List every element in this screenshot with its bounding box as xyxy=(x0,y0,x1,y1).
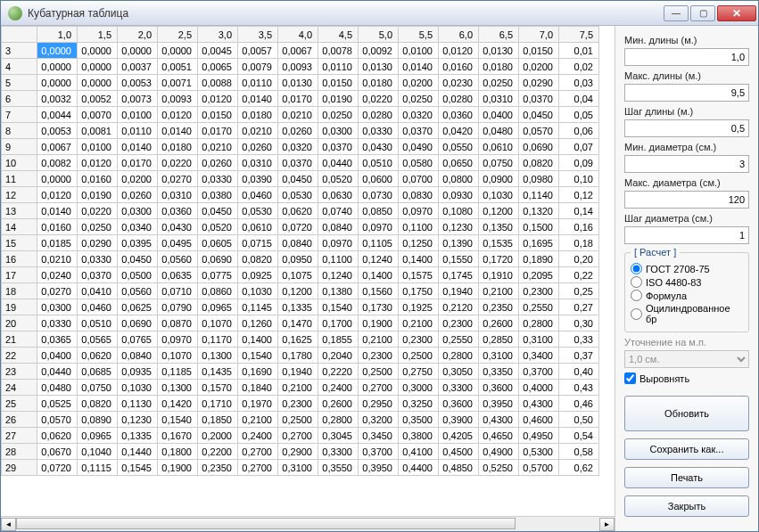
data-cell[interactable]: 0,3350 xyxy=(479,364,519,380)
row-header[interactable]: 25 xyxy=(2,396,37,412)
data-cell[interactable]: 0,0230 xyxy=(439,75,479,91)
data-cell[interactable]: 0,1970 xyxy=(238,396,278,412)
data-cell[interactable]: 0,2300 xyxy=(399,331,439,348)
data-cell[interactable]: 0,0260 xyxy=(278,123,318,139)
data-cell[interactable]: 0,0260 xyxy=(118,187,158,203)
data-cell[interactable]: 0,0390 xyxy=(238,171,278,187)
data-cell[interactable]: 0,0000 xyxy=(37,75,78,91)
data-cell[interactable]: 0,0400 xyxy=(479,107,519,123)
data-cell[interactable]: 0,1540 xyxy=(318,299,359,315)
row-header[interactable]: 5 xyxy=(2,75,37,91)
calc-radio[interactable] xyxy=(631,276,642,288)
data-cell[interactable]: 0,1170 xyxy=(198,331,238,348)
data-cell[interactable]: 0,0200 xyxy=(519,59,559,75)
data-cell[interactable]: 0,1900 xyxy=(359,315,399,331)
data-cell[interactable]: 0,0970 xyxy=(158,331,198,348)
data-cell[interactable]: 0,0870 xyxy=(158,315,198,331)
data-cell[interactable]: 0,0690 xyxy=(118,315,158,331)
data-cell[interactable]: 0,4950 xyxy=(519,428,559,444)
data-cell[interactable]: 0,0220 xyxy=(359,91,399,107)
close-button[interactable]: ✕ xyxy=(717,5,756,21)
data-cell[interactable]: 0,3950 xyxy=(359,460,399,476)
column-header[interactable]: 1,0 xyxy=(37,27,78,43)
data-cell[interactable]: 0,1240 xyxy=(318,267,359,283)
data-cell[interactable]: 0,1940 xyxy=(278,364,318,380)
data-cell[interactable]: 0,0088 xyxy=(198,75,238,91)
column-header[interactable]: 7,0 xyxy=(519,27,559,43)
data-cell[interactable]: 0,1030 xyxy=(479,187,519,203)
min-length-input[interactable] xyxy=(624,48,749,66)
data-cell[interactable]: 0,2040 xyxy=(318,348,359,364)
data-cell[interactable]: 0,0280 xyxy=(359,107,399,123)
data-cell[interactable]: 0,3100 xyxy=(278,460,318,476)
data-cell[interactable]: 0,1435 xyxy=(198,364,238,380)
data-cell[interactable]: 0,2100 xyxy=(278,380,318,396)
data-cell[interactable]: 0,3300 xyxy=(318,444,359,460)
data-cell[interactable]: 0,2700 xyxy=(278,428,318,444)
data-cell[interactable]: 0,0160 xyxy=(37,219,78,235)
data-cell[interactable]: 0,1780 xyxy=(278,348,318,364)
data-cell[interactable]: 0,0740 xyxy=(318,203,359,219)
column-header[interactable]: 6,5 xyxy=(479,27,519,43)
data-cell[interactable]: 0,0093 xyxy=(158,91,198,107)
row-header[interactable]: 29 xyxy=(2,460,37,476)
data-cell[interactable]: 0,1470 xyxy=(278,315,318,331)
data-cell[interactable]: 0,2300 xyxy=(359,348,399,364)
save-as-button[interactable]: Сохранить как... xyxy=(624,438,749,460)
data-cell[interactable]: 0,0320 xyxy=(278,139,318,155)
data-cell[interactable]: 0,0200 xyxy=(118,171,158,187)
data-cell[interactable]: 0,0450 xyxy=(118,251,158,267)
data-cell[interactable]: 0,0079 xyxy=(238,59,278,75)
data-cell[interactable]: 0,0300 xyxy=(318,123,359,139)
data-cell[interactable]: 0,1560 xyxy=(359,283,399,299)
data-cell[interactable]: 0,0970 xyxy=(318,235,359,251)
data-cell[interactable]: 0,2300 xyxy=(519,283,559,299)
row-header[interactable]: 20 xyxy=(2,315,37,331)
max-length-input[interactable] xyxy=(624,84,749,102)
data-cell[interactable]: 0,0820 xyxy=(78,396,118,412)
row-header[interactable]: 9 xyxy=(2,139,37,155)
row-header[interactable]: 28 xyxy=(2,444,37,460)
data-cell[interactable]: 0,0480 xyxy=(479,123,519,139)
data-cell[interactable]: 0,1570 xyxy=(198,380,238,396)
data-cell[interactable]: 0,0180 xyxy=(359,75,399,91)
row-header[interactable]: 18 xyxy=(2,283,37,299)
data-cell[interactable]: 0,1400 xyxy=(399,251,439,267)
data-cell[interactable]: 0,37 xyxy=(559,348,599,364)
data-cell[interactable]: 0,10 xyxy=(559,171,599,187)
data-cell[interactable]: 0,1540 xyxy=(238,348,278,364)
data-cell[interactable]: 0,2500 xyxy=(359,364,399,380)
data-cell[interactable]: 0,30 xyxy=(559,315,599,331)
data-cell[interactable]: 0,0965 xyxy=(198,299,238,315)
data-cell[interactable]: 0,0067 xyxy=(278,43,318,59)
data-cell[interactable]: 0,0560 xyxy=(158,251,198,267)
data-cell[interactable]: 0,0170 xyxy=(278,91,318,107)
data-cell[interactable]: 0,0620 xyxy=(37,428,78,444)
data-cell[interactable]: 0,0037 xyxy=(118,59,158,75)
data-cell[interactable]: 0,0000 xyxy=(158,43,198,59)
data-cell[interactable]: 0,1850 xyxy=(198,412,238,428)
data-cell[interactable]: 0,3550 xyxy=(318,460,359,476)
data-cell[interactable]: 0,0820 xyxy=(519,155,559,171)
data-cell[interactable]: 0,1335 xyxy=(118,428,158,444)
data-cell[interactable]: 0,0370 xyxy=(278,155,318,171)
data-cell[interactable]: 0,3050 xyxy=(439,364,479,380)
data-cell[interactable]: 0,3600 xyxy=(479,380,519,396)
data-cell[interactable]: 0,3300 xyxy=(439,380,479,396)
data-cell[interactable]: 0,2350 xyxy=(198,460,238,476)
row-header[interactable]: 23 xyxy=(2,364,37,380)
data-cell[interactable]: 0,0032 xyxy=(37,91,78,107)
data-cell[interactable]: 0,1145 xyxy=(238,299,278,315)
data-cell[interactable]: 0,3400 xyxy=(519,348,559,364)
data-cell[interactable]: 0,27 xyxy=(559,299,599,315)
data-cell[interactable]: 0,06 xyxy=(559,123,599,139)
data-cell[interactable]: 0,0720 xyxy=(37,460,78,476)
data-cell[interactable]: 0,0250 xyxy=(399,91,439,107)
data-cell[interactable]: 0,1070 xyxy=(198,315,238,331)
data-cell[interactable]: 0,1185 xyxy=(158,364,198,380)
data-cell[interactable]: 0,2200 xyxy=(198,444,238,460)
data-cell[interactable]: 0,0900 xyxy=(479,171,519,187)
data-cell[interactable]: 0,0140 xyxy=(399,59,439,75)
data-cell[interactable]: 0,2000 xyxy=(198,428,238,444)
data-cell[interactable]: 0,0340 xyxy=(118,219,158,235)
